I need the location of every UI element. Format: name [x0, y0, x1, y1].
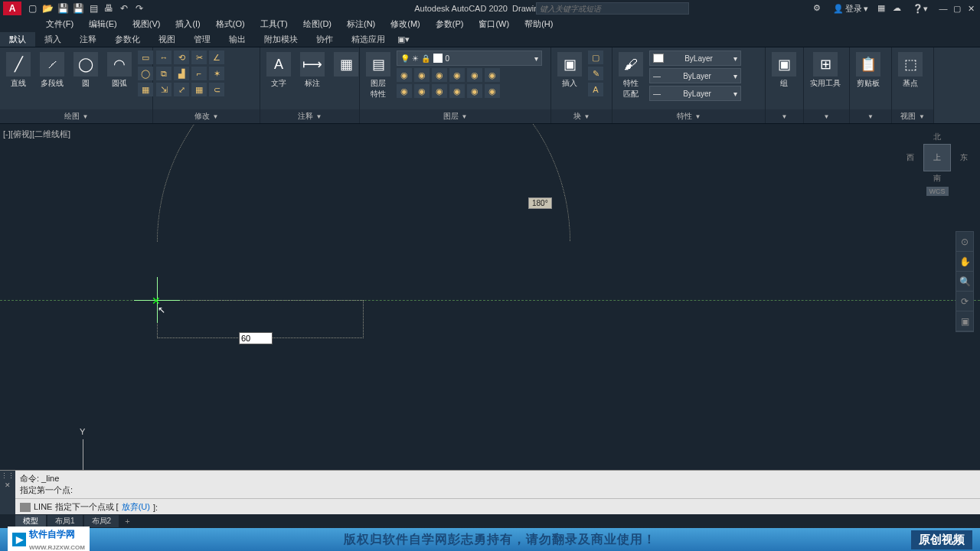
openweb-icon[interactable]: ▤ — [87, 2, 100, 15]
save-icon[interactable]: 💾 — [57, 2, 69, 15]
circle-icon[interactable]: ◯ — [74, 52, 98, 77]
saveas-icon[interactable]: 💾 — [72, 2, 84, 15]
nav-showmotion-icon[interactable]: ▣ — [956, 311, 973, 331]
explode-icon[interactable]: ✶ — [209, 67, 224, 80]
create-block-icon[interactable]: ▢ — [588, 51, 603, 64]
search-input[interactable] — [536, 2, 689, 15]
tab-output[interactable]: 输出 — [220, 32, 255, 47]
group-icon[interactable]: ▣ — [772, 52, 796, 77]
attr-icon[interactable]: A — [588, 83, 603, 96]
undo-icon[interactable]: ↶ — [118, 2, 130, 15]
lineweight-selector[interactable]: —ByLayer▾ — [649, 68, 741, 83]
tab-insert[interactable]: 插入 — [35, 32, 70, 47]
panel-util: ⊞实用工具 ▼ — [804, 47, 850, 123]
open-icon[interactable]: 📂 — [41, 2, 54, 15]
nav-wheel-icon[interactable]: ⊙ — [956, 232, 973, 252]
redo-icon[interactable]: ↷ — [133, 2, 145, 15]
tab-featured[interactable]: 精选应用 — [342, 32, 394, 47]
nav-orbit-icon[interactable]: ⟳ — [956, 292, 973, 311]
nav-zoom-icon[interactable]: 🔍 — [956, 272, 973, 292]
fillet-icon[interactable]: ⌐ — [191, 67, 207, 80]
panel-base: ⬚基点 视图▼ — [892, 47, 934, 123]
menu-file[interactable]: 文件(F) — [38, 17, 81, 32]
menu-view[interactable]: 视图(V) — [125, 17, 168, 32]
signin-button[interactable]: 👤 登录 ▾ — [828, 3, 873, 15]
menu-draw[interactable]: 绘图(D) — [296, 17, 339, 32]
erase-icon[interactable]: ∠ — [209, 51, 224, 64]
clipboard-icon[interactable]: 📋 — [856, 52, 880, 77]
wcs-label[interactable]: WCS — [926, 187, 949, 196]
menu-modify[interactable]: 修改(M) — [383, 17, 428, 32]
utility-icon[interactable]: ⊞ — [813, 52, 838, 77]
layerprops-icon[interactable]: ▤ — [366, 52, 390, 77]
app-exchange-icon[interactable]: ▦ — [877, 3, 888, 14]
tab-view[interactable]: 视图 — [149, 32, 185, 47]
cmd-history-2: 指定第一个点: — [20, 484, 977, 496]
nav-pan-icon[interactable]: ✋ — [956, 252, 973, 272]
app-logo[interactable]: A — [3, 2, 21, 15]
tab-annotate[interactable]: 注释 — [70, 32, 106, 47]
menu-insert[interactable]: 插入(I) — [168, 17, 207, 32]
menu-tools[interactable]: 工具(T) — [253, 17, 296, 32]
viewport-label[interactable]: [-][俯视][二维线框] — [3, 129, 70, 140]
layer-selector[interactable]: 💡 ☀ 🔒 0▾ — [397, 51, 542, 66]
mirror-icon[interactable]: ▟ — [174, 67, 189, 80]
layeriso-icon[interactable]: ◉ — [397, 68, 412, 82]
tab-addins[interactable]: 附加模块 — [255, 32, 307, 47]
tab-parametric[interactable]: 参数化 — [106, 32, 149, 47]
cmd-handle-icon[interactable]: ⋮⋮ — [1, 472, 15, 480]
panel-block-title: 块 — [573, 111, 581, 122]
tab-default[interactable]: 默认 — [0, 32, 35, 47]
panel-layer: ▤图层 特性 💡 ☀ 🔒 0▾ ◉◉◉◉◉◉ ◉◉◉◉◉◉ 图层▼ — [360, 47, 551, 123]
cmd-prompt[interactable]: LINE 指定下一个点或 [放弃(U)]: — [0, 498, 980, 515]
polyline-icon[interactable]: ⟋ — [40, 52, 64, 77]
line-icon[interactable]: ╱ — [6, 52, 31, 77]
arc-icon[interactable]: ◠ — [107, 52, 132, 77]
insert-block-icon[interactable]: ▣ — [557, 52, 582, 77]
panel-modify: ↔⟲✂∠ ⧉▟⌐✶ ⇲⤢▦⊂ 修改▼ — [153, 47, 260, 123]
close-button[interactable]: ✕ — [965, 3, 977, 14]
table-icon[interactable]: ▦ — [334, 52, 358, 77]
menu-window[interactable]: 窗口(W) — [471, 17, 517, 32]
dim-icon[interactable]: ⟼ — [300, 52, 325, 77]
edit-block-icon[interactable]: ✎ — [588, 67, 603, 80]
tab-manage[interactable]: 管理 — [185, 32, 220, 47]
menu-edit[interactable]: 编辑(E) — [81, 17, 125, 32]
help-button[interactable]: ❔▾ — [908, 4, 933, 14]
scale-icon[interactable]: ⤢ — [174, 83, 189, 96]
command-line[interactable]: ⋮⋮✕ 命令: _line 指定第一个点: LINE 指定下一个点或 [放弃(U… — [0, 470, 980, 514]
add-layout-button[interactable]: + — [120, 516, 134, 527]
new-icon[interactable]: ▢ — [26, 2, 38, 15]
basepoint-icon[interactable]: ⬚ — [898, 52, 923, 77]
drawing-area[interactable]: [-][俯视][二维线框] ✕ ↖ 180° Y X 北 西 上 东 南 WCS… — [0, 124, 980, 496]
linetype-selector[interactable]: —ByLayer▾ — [649, 86, 741, 101]
cmd-icon — [20, 503, 31, 512]
menu-help[interactable]: 帮助(H) — [517, 17, 560, 32]
copy-icon[interactable]: ⧉ — [156, 67, 172, 80]
tab-play-icon[interactable]: ▣▾ — [397, 34, 410, 44]
color-selector[interactable]: ByLayer▾ — [649, 51, 741, 66]
move-icon[interactable]: ↔ — [156, 51, 172, 64]
restore-button[interactable]: ▢ — [951, 3, 963, 14]
rotate-icon[interactable]: ⟲ — [174, 51, 189, 64]
menu-dim[interactable]: 标注(N) — [339, 17, 383, 32]
rect-icon[interactable]: ▭ — [138, 51, 153, 64]
tab-collab[interactable]: 协作 — [307, 32, 342, 47]
viewcube[interactable]: 北 西 上 东 南 WCS — [906, 132, 968, 196]
menu-format[interactable]: 格式(O) — [208, 17, 253, 32]
dynamic-input[interactable] — [239, 332, 273, 344]
array-icon[interactable]: ▦ — [191, 83, 207, 96]
stretch-icon[interactable]: ⇲ — [156, 83, 172, 96]
min-button[interactable]: — — [937, 3, 949, 14]
infocenter-icon[interactable]: ⚙ — [813, 3, 824, 14]
viewcube-face[interactable]: 上 — [923, 144, 951, 171]
offset-icon[interactable]: ⊂ — [209, 83, 224, 96]
plot-icon[interactable]: 🖶 — [103, 2, 115, 15]
ellipse-icon[interactable]: ◯ — [138, 67, 153, 80]
text-icon[interactable]: A — [266, 52, 291, 77]
hatch-icon[interactable]: ▦ — [138, 83, 153, 96]
matchprops-icon[interactable]: 🖌 — [619, 52, 643, 77]
menu-param[interactable]: 参数(P) — [428, 17, 472, 32]
trim-icon[interactable]: ✂ — [191, 51, 207, 64]
cloud-icon[interactable]: ☁ — [893, 3, 903, 14]
